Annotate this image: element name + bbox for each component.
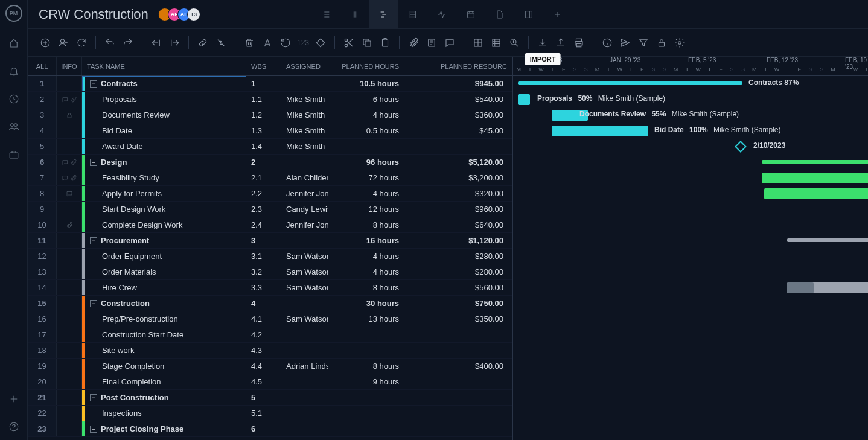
avatar-stack[interactable]: AF AL +3 bbox=[158, 8, 200, 21]
unlink-icon[interactable] bbox=[214, 36, 228, 49]
cut-icon[interactable] bbox=[342, 36, 356, 49]
view-list-icon[interactable] bbox=[311, 0, 340, 29]
planned-hours-cell[interactable]: 72 hours bbox=[328, 170, 404, 185]
copy-icon[interactable] bbox=[360, 36, 374, 49]
assigned-cell[interactable] bbox=[281, 327, 328, 342]
assigned-cell[interactable]: Jennifer Jones bbox=[281, 217, 328, 232]
diamond-icon[interactable] bbox=[314, 36, 327, 49]
gantt-bar[interactable] bbox=[787, 238, 868, 242]
attach-icon[interactable] bbox=[407, 36, 420, 49]
planned-hours-cell[interactable]: 4 hours bbox=[328, 249, 404, 264]
wbs-cell[interactable]: 4.2 bbox=[246, 327, 281, 342]
task-name-cell[interactable]: Proposals bbox=[82, 92, 246, 107]
assigned-cell[interactable] bbox=[281, 233, 328, 248]
wbs-cell[interactable]: 4.4 bbox=[246, 359, 281, 374]
planned-hours-cell[interactable]: 8 hours bbox=[328, 359, 404, 374]
task-row[interactable]: 23−Project Closing Phase6 bbox=[28, 421, 512, 437]
header-assigned[interactable]: ASSIGNED bbox=[281, 57, 328, 75]
wbs-cell[interactable]: 1 bbox=[246, 76, 281, 91]
filter-icon[interactable] bbox=[637, 36, 650, 49]
planned-hours-cell[interactable] bbox=[328, 327, 404, 342]
wbs-cell[interactable]: 5.1 bbox=[246, 406, 281, 421]
task-name-cell[interactable]: Documents Review bbox=[82, 107, 246, 123]
assigned-cell[interactable]: Adrian Lindstrom bbox=[281, 359, 328, 374]
planned-hours-cell[interactable]: 6 hours bbox=[328, 92, 404, 107]
planned-hours-cell[interactable]: 96 hours bbox=[328, 155, 404, 170]
task-name-cell[interactable]: Complete Design Work bbox=[82, 217, 246, 232]
add-task-icon[interactable] bbox=[39, 36, 52, 49]
task-row[interactable]: 14Hire Crew3.3Sam Watson8 hours$560.00 bbox=[28, 280, 512, 296]
task-name-cell[interactable]: Start Design Work bbox=[82, 202, 246, 217]
assigned-cell[interactable] bbox=[281, 406, 328, 421]
revert-icon[interactable] bbox=[279, 36, 292, 49]
task-name-cell[interactable]: −Design bbox=[82, 155, 246, 170]
assigned-cell[interactable]: Sam Watson bbox=[281, 311, 328, 327]
task-name-cell[interactable]: Hire Crew bbox=[82, 280, 246, 295]
task-row[interactable]: 21−Post Construction5 bbox=[28, 390, 512, 406]
assigned-cell[interactable]: Sam Watson bbox=[281, 264, 328, 279]
wbs-cell[interactable]: 4 bbox=[246, 296, 281, 311]
wbs-cell[interactable]: 2.1 bbox=[246, 170, 281, 185]
task-row[interactable]: 20Final Completion4.59 hours bbox=[28, 374, 512, 390]
planned-hours-cell[interactable]: 4 hours bbox=[328, 186, 404, 201]
app-logo[interactable]: PM bbox=[5, 5, 22, 22]
planned-resource-cell[interactable]: $960.00 bbox=[404, 202, 512, 217]
wbs-cell[interactable]: 1.2 bbox=[246, 107, 281, 123]
planned-resource-cell[interactable]: $360.00 bbox=[404, 107, 512, 123]
task-row[interactable]: 13Order Materials3.2Sam Watson4 hours$28… bbox=[28, 264, 512, 280]
collapse-icon[interactable]: − bbox=[90, 237, 97, 244]
task-row[interactable]: 3Documents Review1.2Mike Smith4 hours$36… bbox=[28, 107, 512, 123]
plus-icon[interactable] bbox=[8, 393, 20, 405]
task-name-cell[interactable]: Apply for Permits bbox=[82, 186, 246, 201]
wbs-cell[interactable]: 2 bbox=[246, 155, 281, 170]
task-row[interactable]: 4Bid Date1.3Mike Smith0.5 hours$45.00 bbox=[28, 123, 512, 139]
text-icon[interactable] bbox=[261, 36, 274, 49]
task-row[interactable]: 19Stage Completion4.4Adrian Lindstrom8 h… bbox=[28, 359, 512, 374]
task-name-cell[interactable]: Order Materials bbox=[82, 264, 246, 279]
assigned-cell[interactable]: Candy Lewis bbox=[281, 202, 328, 217]
task-row[interactable]: 5Award Date1.4Mike Smith bbox=[28, 139, 512, 155]
milestone-icon[interactable] bbox=[735, 141, 747, 153]
view-activity-icon[interactable] bbox=[427, 0, 456, 29]
task-name-cell[interactable]: Bid Date bbox=[82, 123, 246, 138]
task-row[interactable]: 1−Contracts110.5 hours$945.00 bbox=[28, 76, 512, 92]
clock-icon[interactable] bbox=[8, 93, 20, 105]
columns-icon[interactable] bbox=[471, 36, 485, 49]
planned-resource-cell[interactable] bbox=[404, 139, 512, 154]
header-planned-hours[interactable]: PLANNED HOURS bbox=[328, 57, 404, 75]
task-row[interactable]: 8Apply for Permits2.2Jennifer Jones4 hou… bbox=[28, 186, 512, 202]
collapse-icon[interactable]: − bbox=[90, 426, 97, 433]
wbs-cell[interactable]: 3 bbox=[246, 233, 281, 248]
collapse-icon[interactable]: − bbox=[90, 159, 97, 166]
planned-hours-cell[interactable]: 13 hours bbox=[328, 311, 404, 327]
outdent-icon[interactable] bbox=[150, 36, 163, 49]
print-icon[interactable] bbox=[572, 36, 586, 49]
assigned-cell[interactable] bbox=[281, 390, 328, 405]
planned-resource-cell[interactable]: $45.00 bbox=[404, 123, 512, 138]
task-row[interactable]: 18Site work4.3 bbox=[28, 343, 512, 359]
wbs-cell[interactable]: 3.1 bbox=[246, 249, 281, 264]
planned-resource-cell[interactable]: $280.00 bbox=[404, 264, 512, 279]
header-info[interactable]: INFO bbox=[57, 57, 82, 75]
planned-resource-cell[interactable]: $540.00 bbox=[404, 92, 512, 107]
zoom-icon[interactable] bbox=[508, 36, 521, 49]
view-columns-icon[interactable] bbox=[340, 0, 369, 29]
task-name-cell[interactable]: −Post Construction bbox=[82, 390, 246, 405]
task-row[interactable]: 16Prep/Pre-construction4.1Sam Watson13 h… bbox=[28, 311, 512, 327]
planned-resource-cell[interactable]: $5,120.00 bbox=[404, 155, 512, 170]
header-name[interactable]: TASK NAME bbox=[82, 57, 246, 75]
planned-resource-cell[interactable] bbox=[404, 343, 512, 358]
planned-hours-cell[interactable] bbox=[328, 139, 404, 154]
redo-icon[interactable] bbox=[121, 36, 135, 49]
task-name-cell[interactable]: −Procurement bbox=[82, 233, 246, 248]
task-row[interactable]: 2Proposals1.1Mike Smith6 hours$540.00 bbox=[28, 92, 512, 107]
planned-hours-cell[interactable]: 10.5 hours bbox=[328, 76, 404, 91]
view-sheet-icon[interactable] bbox=[398, 0, 427, 29]
header-wbs[interactable]: WBS bbox=[246, 57, 281, 75]
task-row[interactable]: 9Start Design Work2.3Candy Lewis12 hours… bbox=[28, 202, 512, 217]
planned-hours-cell[interactable] bbox=[328, 343, 404, 358]
task-name-cell[interactable]: Construction Start Date bbox=[82, 327, 246, 342]
planned-resource-cell[interactable]: $560.00 bbox=[404, 280, 512, 295]
undo-icon[interactable] bbox=[103, 36, 116, 49]
wbs-cell[interactable]: 1.1 bbox=[246, 92, 281, 107]
